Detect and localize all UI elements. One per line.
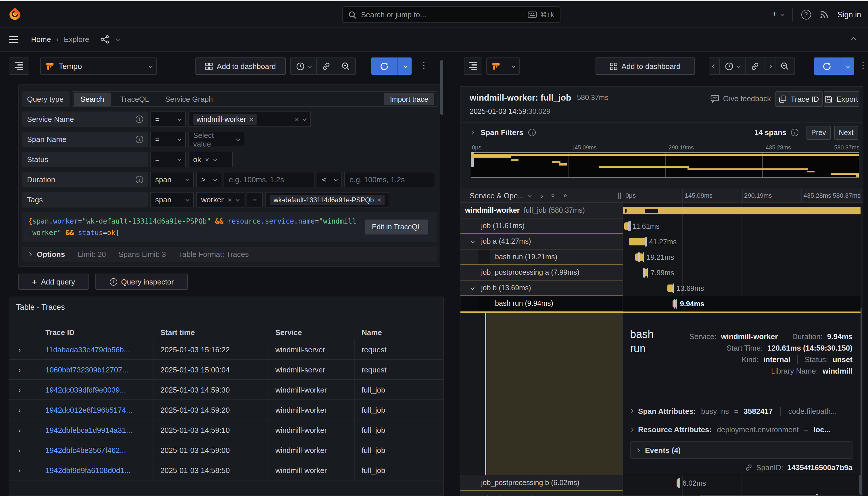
run-query-button[interactable] bbox=[371, 58, 398, 75]
tag-scope-select[interactable]: span bbox=[150, 192, 194, 207]
span-row[interactable]: job c (286.87ms)286.87ms bbox=[461, 491, 861, 496]
span-name-cell[interactable]: job c (286.87ms) bbox=[461, 491, 623, 496]
expand-row-icon[interactable]: › bbox=[18, 380, 21, 400]
span-name-cell[interactable]: job (11.61ms) bbox=[461, 218, 623, 234]
span-name-op-select[interactable]: = bbox=[150, 131, 186, 147]
cell-trace-id[interactable]: 1942dc012e8f196b5174... bbox=[45, 400, 132, 420]
collapse-all-icon[interactable]: » bbox=[549, 193, 557, 197]
status-op-select[interactable]: = bbox=[150, 152, 186, 167]
table-row[interactable]: ›1942dbfebca1d9914a31...2025-01-03 14:59… bbox=[9, 420, 443, 440]
shift-time-back-button[interactable] bbox=[709, 58, 720, 74]
info-icon[interactable]: i bbox=[529, 129, 536, 136]
table-row[interactable]: ›1942dbfc4be3567f462...2025-01-03 14:59:… bbox=[9, 440, 443, 460]
mega-menu-icon[interactable] bbox=[9, 34, 18, 45]
span-timeline-cell[interactable]: 286.87ms bbox=[623, 491, 861, 496]
cell-trace-id[interactable]: 1942dbf9d9fa6108d0d1... bbox=[45, 460, 130, 480]
span-timeline-cell[interactable]: 9.94ms bbox=[623, 296, 861, 311]
help-icon[interactable]: ? bbox=[801, 10, 811, 19]
collapse-span-icon[interactable] bbox=[470, 286, 475, 290]
collapse-span-icon[interactable] bbox=[470, 239, 475, 243]
tag-op-select[interactable]: = bbox=[247, 192, 263, 207]
next-span-button[interactable]: Next bbox=[834, 126, 858, 139]
zoom-out-button[interactable] bbox=[336, 58, 355, 74]
service-name-value-select[interactable]: windmill-worker× × bbox=[188, 111, 311, 127]
export-button[interactable]: Export bbox=[824, 91, 859, 107]
edit-in-traceql-button[interactable]: Edit in TraceQL bbox=[365, 219, 428, 234]
cell-trace-id[interactable]: 1942dbfc4be3567f462... bbox=[45, 440, 126, 460]
span-timeline-cell[interactable]: 6.02ms bbox=[623, 475, 861, 491]
query-inspector-button[interactable]: i Query inspector bbox=[95, 274, 188, 290]
span-timeline-cell[interactable] bbox=[623, 203, 861, 218]
news-rss-icon[interactable] bbox=[819, 10, 828, 19]
expand-row-icon[interactable]: › bbox=[18, 440, 21, 460]
run-query-button[interactable] bbox=[814, 58, 840, 75]
global-search-input[interactable]: Search or jump to... ⌘+k bbox=[342, 6, 560, 23]
span-timeline-cell[interactable]: 13.69ms bbox=[623, 280, 861, 296]
name-column-header[interactable]: Service & Ope... bbox=[470, 191, 524, 200]
collapse-one-icon[interactable]: › bbox=[541, 191, 543, 200]
left-kebab-menu-icon[interactable]: ⋮ bbox=[420, 60, 428, 71]
resource-attributes-row[interactable]: Resource Attributes: deployment.environm… bbox=[630, 425, 852, 434]
span-name-cell[interactable]: bash run (19.21ms) bbox=[461, 249, 623, 265]
import-trace-button[interactable]: Import trace bbox=[384, 93, 434, 105]
span-bar[interactable] bbox=[667, 284, 673, 292]
table-row[interactable]: ›1942dc012e8f196b5174...2025-01-03 14:59… bbox=[9, 400, 443, 420]
status-value-select[interactable]: ok× bbox=[188, 152, 233, 167]
duration-gt-select[interactable]: > bbox=[196, 172, 221, 187]
span-name-value-select[interactable]: Select value bbox=[188, 131, 244, 147]
span-row[interactable]: bash run (19.21ms)19.21ms bbox=[461, 249, 861, 265]
collapse-panel-icon[interactable] bbox=[851, 37, 856, 42]
remove-tag-icon[interactable]: × bbox=[228, 196, 232, 204]
expand-row-icon[interactable]: › bbox=[18, 460, 21, 480]
span-bar[interactable] bbox=[700, 495, 817, 496]
span-timeline-cell[interactable]: 19.21ms bbox=[623, 249, 861, 265]
tag-key-select[interactable]: worker× bbox=[196, 192, 244, 207]
table-row[interactable]: ›1942dbf9d9fa6108d0d1...2025-01-03 14:58… bbox=[9, 460, 443, 480]
table-panel-title[interactable]: Table - Traces bbox=[16, 303, 65, 311]
cell-trace-id[interactable]: 1060bbf732309b12707... bbox=[45, 360, 128, 380]
info-icon[interactable]: i bbox=[136, 115, 143, 123]
span-row[interactable]: windmill-workerfull_job (580.37ms) bbox=[461, 203, 861, 218]
expand-row-icon[interactable]: › bbox=[18, 400, 21, 420]
give-feedback-link[interactable]: Give feedback bbox=[711, 94, 771, 103]
left-outline-button[interactable] bbox=[9, 58, 29, 75]
new-menu-button[interactable]: + bbox=[772, 9, 784, 20]
expand-row-icon[interactable]: › bbox=[18, 420, 21, 440]
breadcrumb-explore[interactable]: Explore bbox=[64, 35, 89, 44]
table-row[interactable]: ›1060bbf732309b12707...2025-01-03 15:00:… bbox=[9, 360, 443, 380]
table-row[interactable]: ›1942dc039dfdf9e0039...2025-01-03 14:59:… bbox=[9, 380, 443, 400]
span-name-cell[interactable]: bash run (9.94ms) bbox=[461, 296, 623, 311]
span-attributes-row[interactable]: Span Attributes: busy_ns = 3582417 code.… bbox=[630, 407, 852, 416]
duration-max-input[interactable]: e.g. 100ms, 1.2s bbox=[344, 172, 435, 187]
time-picker-button[interactable] bbox=[291, 58, 317, 74]
share-caret-icon[interactable] bbox=[116, 37, 120, 41]
info-icon[interactable]: i bbox=[791, 129, 799, 136]
info-icon[interactable]: i bbox=[136, 136, 143, 143]
link-split-button[interactable] bbox=[317, 58, 336, 74]
span-row[interactable]: job_postprocessing b (6.02ms)6.02ms bbox=[461, 475, 861, 491]
span-timeline-cell[interactable]: 11.61ms bbox=[623, 218, 861, 234]
zoom-out-button[interactable] bbox=[775, 58, 794, 74]
clear-icon[interactable]: × bbox=[295, 115, 299, 123]
span-filters-chevron-icon[interactable] bbox=[470, 130, 474, 135]
span-name-cell[interactable]: job a (41.27ms) bbox=[461, 234, 623, 249]
cell-trace-id[interactable]: 1942dc039dfdf9e0039... bbox=[45, 380, 126, 400]
trace-id-button[interactable]: Trace ID bbox=[775, 91, 823, 107]
column-resize-handle[interactable] bbox=[618, 192, 621, 199]
cell-trace-id[interactable]: 11dabada33e479db56b... bbox=[45, 340, 130, 360]
span-name-cell[interactable]: job_postprocessing a (7.99ms) bbox=[461, 265, 623, 280]
expand-all-icon[interactable]: » bbox=[563, 191, 567, 199]
grafana-logo[interactable] bbox=[7, 6, 23, 22]
right-add-to-dashboard-button[interactable]: Add to dashboard bbox=[595, 58, 695, 75]
span-row[interactable]: job_postprocessing a (7.99ms)7.99ms bbox=[461, 265, 861, 280]
span-row[interactable]: job (11.61ms)11.61ms bbox=[461, 218, 861, 234]
query-type-tab-service-graph[interactable]: Service Graph bbox=[158, 93, 220, 106]
options-row[interactable]: Options Limit: 20Spans Limit: 3Table For… bbox=[22, 247, 437, 262]
table-row[interactable]: ›11dabada33e479db56b...2025-01-03 15:16:… bbox=[9, 340, 443, 360]
span-name-cell[interactable]: job_postprocessing b (6.02ms) bbox=[461, 475, 623, 491]
cell-trace-id[interactable]: 1942dbfebca1d9914a31... bbox=[45, 420, 132, 440]
add-query-button[interactable]: + Add query bbox=[18, 274, 89, 290]
run-query-caret-button[interactable] bbox=[398, 58, 412, 75]
shift-time-forward-button[interactable] bbox=[765, 58, 775, 74]
span-bar[interactable] bbox=[629, 238, 646, 245]
